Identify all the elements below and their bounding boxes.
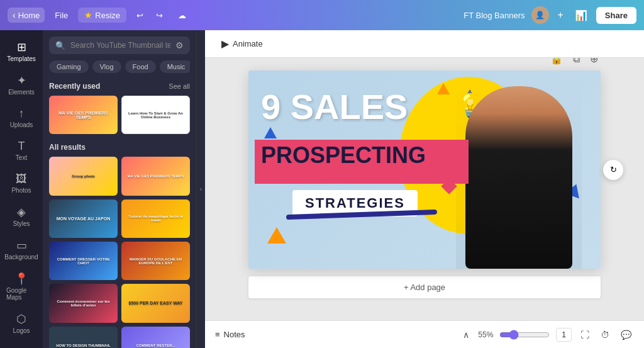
template-thumb-5[interactable]: COMMENT DRESSER VOTRE CHIOT [49,242,118,280]
triangle-orange-2 [437,83,450,94]
zoom-slider[interactable] [499,330,550,340]
animate-label: Animate [233,39,263,48]
sidebar-item-photos-label: Photos [11,187,31,194]
templates-icon: ⊞ [17,40,26,54]
zoom-level: 55% [478,330,493,339]
file-button[interactable]: File [50,8,73,23]
text-icon: T [18,140,25,153]
sidebar-item-elements[interactable]: ✦ Elements [3,69,40,101]
background-icon: ▭ [16,239,27,252]
template-thumb-recent-2[interactable]: Learn How To Start & Grow An Online Busi… [121,96,190,134]
sidebar-item-logos-label: Logos [13,327,30,334]
category-chips: Gaming Vlog Food Music Money › [49,60,190,74]
sidebar-item-templates[interactable]: ⊞ Templates [3,35,40,67]
chip-music[interactable]: Music [160,60,190,73]
comment-button[interactable]: 💬 [618,327,634,342]
collapse-arrow-icon: ‹ [200,186,202,193]
template-thumb-2[interactable]: MA VIE GES PREMIERS TEMPS [121,157,190,195]
uploads-icon: ↑ [19,107,25,120]
page-number-button[interactable]: 1 [556,328,572,342]
sidebar-item-templates-label: Templates [7,55,36,62]
sidebar-item-uploads[interactable]: ↑ Uploads [3,102,40,133]
avatar[interactable]: 👤 [531,6,549,24]
template-thumb-8[interactable]: $500 PER DAY EASY WAY [121,284,190,322]
frame-actions: 🔒 ⧉ ⊕ [548,58,601,67]
search-bar: 🔍 ⚙ [49,36,190,54]
resize-label: Resize [95,11,120,20]
sidebar-item-styles[interactable]: ◈ Styles [3,200,40,232]
search-input[interactable] [70,41,170,50]
template-thumb-10[interactable]: COMMENT RESTER... [121,327,190,348]
chip-vlog[interactable]: Vlog [92,60,121,73]
add-page-label: + Add page [404,283,445,292]
templates-panel: 🔍 ⚙ Gaming Vlog Food Music Money › Recen… [43,30,196,348]
sidebar-item-styles-label: Styles [13,220,30,227]
expand-button[interactable]: ⊕ [587,58,601,67]
timer-button[interactable]: ⏱ [598,327,612,342]
redo-icon: ↪ [156,11,163,20]
refresh-button[interactable]: ↻ [603,160,623,180]
cloud-icon: ☁ [178,11,186,20]
chevron-up-icon[interactable]: ∧ [460,327,472,342]
sidebar-item-photos[interactable]: 🖼 Photos [3,167,40,199]
canvas-frame[interactable]: 💡 9 SALES PROSPECTING [248,70,601,269]
main-layout: ⊞ Templates ✦ Elements ↑ Uploads T Text … [0,30,644,348]
google-maps-icon: 📍 [14,272,28,286]
page-number-value: 1 [562,330,566,339]
sidebar-item-text-label: Text [16,154,27,161]
canvas-frame-wrapper: 🔒 ⧉ ⊕ [248,70,601,269]
undo-button[interactable]: ↩ [131,8,148,23]
see-all-link[interactable]: See all [169,82,190,90]
template-thumb-9[interactable]: HOW TO DESIGN THUMBNAIL [49,327,118,348]
recently-used-grid: MA VIE GES PREMIERS TEMPS Learn How To S… [49,96,190,134]
cloud-button[interactable]: ☁ [173,8,191,23]
search-icon: 🔍 [55,41,65,50]
notes-button[interactable]: ≡ Notes [215,330,245,339]
add-collaborator-button[interactable]: + [555,7,566,23]
sidebar-item-background[interactable]: ▭ Background [3,233,40,266]
sales-headline[interactable]: 9 SALES [261,89,408,125]
template-thumb-1[interactable]: Group photo [49,157,118,195]
animate-button[interactable]: ▶ Animate [215,34,269,53]
sidebar: ⊞ Templates ✦ Elements ↑ Uploads T Text … [0,30,43,348]
template-thumb-6[interactable]: MANGER DU GOULACHE EN EUROPE DE L'EST [121,242,190,280]
sidebar-item-logos[interactable]: ⬡ Logos [3,307,40,339]
canvas-toolbar: ▶ Animate [205,30,644,58]
strategies-text: STRATEGIES [305,195,405,211]
person-image [456,70,582,269]
project-title: FT Blog Banners [464,11,525,20]
template-thumb-7[interactable]: Comment économiser sur les billets d'avi… [49,284,118,322]
duplicate-button[interactable]: ⧉ [570,58,582,67]
add-page-button[interactable]: + Add page [248,276,601,298]
resize-button[interactable]: ★ Resize [78,8,126,23]
home-button[interactable]: ‹ Home [8,8,45,23]
analytics-button[interactable]: 📊 [572,7,590,24]
prospecting-text[interactable]: PROSPECTING [261,143,426,168]
file-label: File [55,11,68,20]
sidebar-item-text[interactable]: T Text [3,135,40,166]
panel-collapse-handle[interactable]: ‹ [196,30,205,348]
notes-icon: ≡ [215,330,220,339]
bottom-bar: ≡ Notes ∧ 55% 1 ⛶ ⏱ 💬 [205,320,644,348]
photos-icon: 🖼 [16,172,27,186]
sidebar-item-more[interactable]: ··· More [3,340,40,348]
chip-food[interactable]: Food [125,60,156,73]
canvas-scroll[interactable]: 🔒 ⧉ ⊕ [205,58,644,320]
template-thumb-4[interactable]: Tutoriel de maquillage facile le matin [121,199,190,238]
sidebar-item-google-maps[interactable]: 📍 Google Maps [3,267,40,306]
redo-button[interactable]: ↪ [151,8,168,23]
star-icon: ★ [84,10,92,20]
design-content: 💡 9 SALES PROSPECTING [248,70,601,269]
notes-label: Notes [224,330,245,339]
triangle-orange-1 [267,227,286,244]
share-button[interactable]: Share [596,7,636,24]
share-label: Share [605,11,628,20]
template-thumb-recent-1[interactable]: MA VIE GES PREMIERS TEMPS [49,96,118,134]
animate-icon: ▶ [221,38,229,50]
template-thumb-3[interactable]: MON VOYAGE AU JAPON [49,199,118,238]
filter-icon[interactable]: ⚙ [175,40,184,50]
fullscreen-button[interactable]: ⛶ [578,327,592,342]
lock-button[interactable]: 🔒 [548,58,565,67]
recently-used-header: Recently used See all [49,82,190,91]
chip-gaming[interactable]: Gaming [49,60,89,73]
